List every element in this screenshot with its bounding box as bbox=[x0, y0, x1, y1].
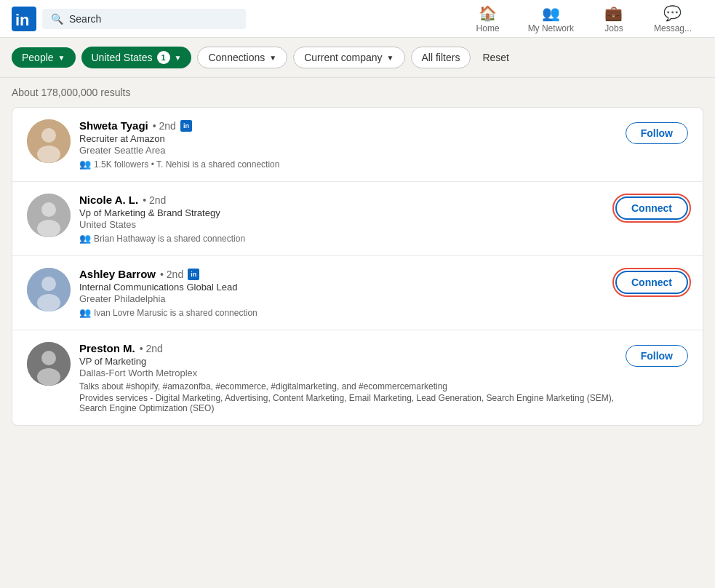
result-services: Provides services - Digital Marketing, A… bbox=[79, 393, 626, 413]
us-chevron-icon: ▼ bbox=[175, 54, 182, 62]
shared-connection-icon: 👥 bbox=[79, 233, 91, 244]
linkedin-badge-icon: in bbox=[188, 269, 199, 280]
table-row: Nicole A. L.• 2ndVp of Marketing & Brand… bbox=[12, 182, 703, 256]
result-title: Internal Communications Global Lead bbox=[79, 282, 615, 293]
avatar bbox=[27, 342, 71, 386]
nav-jobs-label: Jobs bbox=[604, 23, 623, 33]
result-title: VP of Marketing bbox=[79, 356, 626, 367]
nav-home-label: Home bbox=[476, 23, 500, 33]
table-row: Preston M.• 2ndVP of MarketingDallas-For… bbox=[12, 330, 703, 425]
jobs-icon: 💼 bbox=[604, 4, 623, 22]
nav-my-network-label: My Network bbox=[528, 23, 574, 33]
result-name: Ashley Barrow• 2ndin bbox=[79, 268, 615, 280]
reset-button[interactable]: Reset bbox=[476, 47, 515, 68]
linkedin-logo[interactable]: in bbox=[12, 7, 36, 31]
connect-button-nicole[interactable]: Connect bbox=[615, 196, 688, 220]
result-name: Preston M.• 2nd bbox=[79, 342, 626, 354]
search-input[interactable] bbox=[69, 13, 237, 25]
result-tags: Talks about #shopify, #amazonfba, #ecomm… bbox=[79, 381, 626, 392]
all-filters-label: All filters bbox=[422, 52, 460, 63]
people-filter-label: People bbox=[22, 52, 54, 63]
result-info: Preston M.• 2ndVP of MarketingDallas-For… bbox=[79, 342, 626, 413]
result-meta: 👥Ivan Lovre Marusic is a shared connecti… bbox=[79, 307, 615, 318]
table-row: Shweta Tyagi• 2ndinRecruiter at AmazonGr… bbox=[12, 108, 703, 182]
us-filter-button[interactable]: United States 1 ▼ bbox=[81, 47, 192, 68]
nav-item-messaging[interactable]: 💬 Messag... bbox=[642, 0, 703, 38]
svg-point-9 bbox=[41, 277, 56, 291]
svg-point-7 bbox=[37, 220, 60, 237]
svg-point-13 bbox=[37, 368, 60, 386]
result-title: Recruiter at Amazon bbox=[79, 133, 626, 144]
my-network-icon: 👥 bbox=[542, 4, 560, 22]
all-filters-button[interactable]: All filters bbox=[411, 47, 471, 68]
main-nav: 🏠 Home 👥 My Network 💼 Jobs 💬 Messag... bbox=[463, 0, 703, 38]
nav-item-my-network[interactable]: 👥 My Network bbox=[516, 0, 586, 38]
svg-point-4 bbox=[37, 146, 60, 163]
current-company-filter-label: Current company bbox=[304, 52, 382, 63]
result-info: Ashley Barrow• 2ndinInternal Communicati… bbox=[79, 268, 615, 318]
results-count: About 178,000,000 results bbox=[0, 78, 715, 107]
people-filter-button[interactable]: People ▼ bbox=[12, 47, 76, 68]
results-list: Shweta Tyagi• 2ndinRecruiter at AmazonGr… bbox=[12, 107, 703, 426]
avatar bbox=[27, 119, 71, 163]
result-info: Shweta Tyagi• 2ndinRecruiter at AmazonGr… bbox=[79, 119, 626, 170]
table-row: Ashley Barrow• 2ndinInternal Communicati… bbox=[12, 256, 703, 330]
result-meta: 👥1.5K followers • T. Nehisi is a shared … bbox=[79, 159, 626, 170]
shared-connection-icon: 👥 bbox=[79, 307, 91, 318]
results-container: Shweta Tyagi• 2ndinRecruiter at AmazonGr… bbox=[0, 107, 715, 437]
nav-item-home[interactable]: 🏠 Home bbox=[463, 0, 514, 38]
result-name: Shweta Tyagi• 2ndin bbox=[79, 119, 626, 132]
result-info: Nicole A. L.• 2ndVp of Marketing & Brand… bbox=[79, 194, 615, 244]
svg-text:in: in bbox=[15, 11, 30, 29]
us-filter-label: United States bbox=[92, 52, 153, 63]
connections-filter-button[interactable]: Connections ▼ bbox=[197, 47, 287, 68]
result-location: Greater Seattle Area bbox=[79, 145, 626, 156]
follow-button-shweta[interactable]: Follow bbox=[626, 122, 688, 144]
avatar bbox=[27, 194, 71, 237]
home-icon: 🏠 bbox=[479, 4, 497, 22]
result-location: United States bbox=[79, 219, 615, 230]
filter-bar: People ▼ United States 1 ▼ Connections ▼… bbox=[0, 38, 715, 78]
nav-messaging-label: Messag... bbox=[654, 23, 692, 33]
people-chevron-icon: ▼ bbox=[58, 54, 65, 62]
shared-connection-icon: 👥 bbox=[79, 159, 91, 170]
current-company-filter-button[interactable]: Current company ▼ bbox=[293, 47, 404, 68]
result-name: Nicole A. L.• 2nd bbox=[79, 194, 615, 206]
svg-point-12 bbox=[41, 351, 56, 365]
search-icon: 🔍 bbox=[51, 13, 63, 25]
svg-point-10 bbox=[37, 294, 60, 311]
current-company-chevron-icon: ▼ bbox=[387, 54, 394, 62]
result-meta: 👥Brian Hathaway is a shared connection bbox=[79, 233, 615, 244]
connect-button-ashley[interactable]: Connect bbox=[615, 271, 688, 294]
result-location: Greater Philadelphia bbox=[79, 293, 615, 304]
result-title: Vp of Marketing & Brand Strategy bbox=[79, 207, 615, 218]
result-location: Dallas-Fort Worth Metroplex bbox=[79, 368, 626, 378]
search-bar[interactable]: 🔍 bbox=[42, 9, 246, 29]
nav-item-jobs[interactable]: 💼 Jobs bbox=[588, 0, 639, 38]
us-filter-badge: 1 bbox=[157, 51, 170, 64]
main-header: in 🔍 🏠 Home 👥 My Network 💼 Jobs 💬 Messag… bbox=[0, 0, 715, 38]
avatar bbox=[27, 268, 71, 311]
messaging-icon: 💬 bbox=[663, 4, 682, 22]
connections-filter-label: Connections bbox=[208, 52, 265, 63]
follow-button-preston[interactable]: Follow bbox=[626, 345, 688, 367]
svg-point-6 bbox=[41, 202, 56, 217]
svg-point-3 bbox=[41, 128, 56, 143]
connections-chevron-icon: ▼ bbox=[269, 54, 276, 62]
linkedin-badge-icon: in bbox=[180, 120, 192, 132]
